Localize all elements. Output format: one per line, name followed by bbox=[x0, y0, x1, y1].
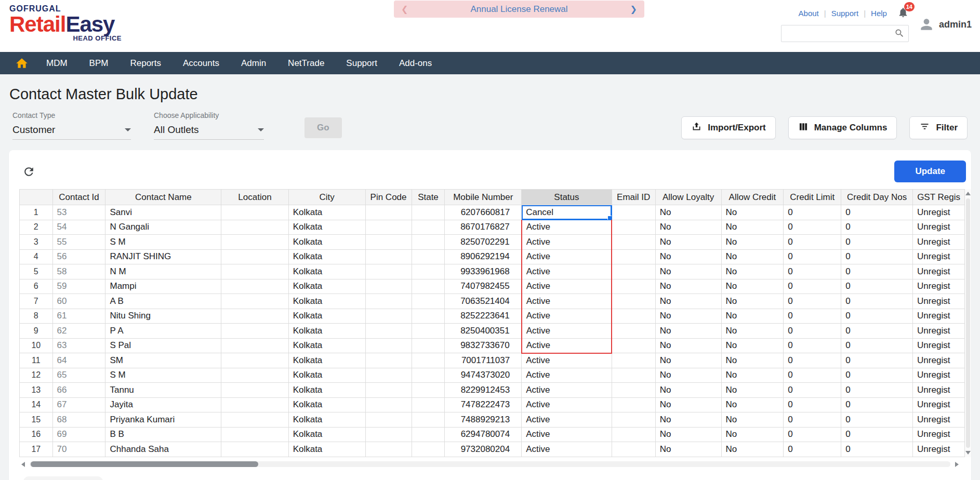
cell[interactable]: 0 bbox=[841, 235, 913, 250]
cell[interactable]: No bbox=[655, 279, 721, 294]
cell[interactable] bbox=[365, 264, 412, 279]
cell[interactable]: 0 bbox=[841, 368, 913, 383]
scroll-left-icon[interactable] bbox=[21, 462, 25, 467]
cell[interactable]: B B bbox=[105, 427, 221, 442]
row-number[interactable]: 2 bbox=[20, 220, 53, 235]
cell[interactable]: Unregist bbox=[913, 353, 965, 368]
cell[interactable]: Active bbox=[522, 412, 612, 428]
cell[interactable]: 0 bbox=[841, 294, 913, 309]
cell[interactable]: 64 bbox=[52, 353, 105, 368]
cell[interactable] bbox=[612, 412, 655, 428]
horizontal-scrollbar[interactable] bbox=[21, 461, 959, 468]
cell[interactable]: No bbox=[721, 442, 784, 457]
row-number[interactable]: 15 bbox=[20, 412, 53, 428]
cell[interactable] bbox=[365, 338, 412, 353]
cell[interactable]: S Pal bbox=[105, 338, 221, 353]
cell[interactable]: Active bbox=[522, 353, 612, 368]
nav-item-mdm[interactable]: MDM bbox=[35, 58, 78, 69]
cell[interactable] bbox=[412, 412, 445, 428]
cell[interactable]: Active bbox=[522, 294, 612, 309]
cell[interactable]: No bbox=[655, 412, 721, 428]
cell[interactable]: 58 bbox=[52, 264, 105, 279]
cell[interactable]: No bbox=[721, 205, 784, 220]
cell[interactable]: 0 bbox=[784, 338, 841, 353]
row-number[interactable]: 6 bbox=[20, 279, 53, 294]
cell[interactable] bbox=[221, 220, 288, 235]
cell[interactable]: Unregist bbox=[913, 442, 965, 457]
cell[interactable]: Active bbox=[522, 279, 612, 294]
cell[interactable]: 6294780074 bbox=[445, 427, 522, 442]
cell[interactable]: Unregist bbox=[913, 205, 965, 220]
cell[interactable] bbox=[365, 368, 412, 383]
cell[interactable]: 9933961968 bbox=[445, 264, 522, 279]
cell[interactable]: Active bbox=[522, 309, 612, 324]
cell[interactable]: 0 bbox=[841, 442, 913, 457]
cell[interactable]: No bbox=[721, 264, 784, 279]
cell[interactable] bbox=[412, 397, 445, 412]
cell[interactable] bbox=[612, 235, 655, 250]
notifications-button[interactable]: 14 bbox=[897, 7, 909, 20]
cell[interactable]: 53 bbox=[52, 205, 105, 220]
row-number[interactable]: 4 bbox=[20, 249, 53, 264]
cell[interactable] bbox=[412, 368, 445, 383]
cell[interactable] bbox=[612, 383, 655, 398]
nav-item-reports[interactable]: Reports bbox=[119, 58, 172, 69]
cell[interactable]: 8906292194 bbox=[445, 249, 522, 264]
cell[interactable]: SM bbox=[105, 353, 221, 368]
cell[interactable]: 0 bbox=[784, 205, 841, 220]
cell[interactable]: 8670176827 bbox=[445, 220, 522, 235]
cell[interactable] bbox=[412, 205, 445, 220]
cell[interactable]: No bbox=[655, 442, 721, 457]
cell[interactable] bbox=[365, 427, 412, 442]
cell[interactable] bbox=[612, 442, 655, 457]
cell[interactable]: Kolkata bbox=[288, 205, 365, 220]
cell[interactable]: 0 bbox=[784, 397, 841, 412]
cell[interactable]: No bbox=[655, 264, 721, 279]
cell[interactable]: S M bbox=[105, 235, 221, 250]
brand-logo[interactable]: GOFRUGAL RetailEasy HEAD OFFICE bbox=[9, 4, 122, 42]
cell[interactable]: 0 bbox=[784, 412, 841, 428]
cell[interactable]: 0 bbox=[841, 353, 913, 368]
cell[interactable]: 0 bbox=[784, 264, 841, 279]
cell[interactable] bbox=[221, 249, 288, 264]
cell[interactable]: 56 bbox=[52, 249, 105, 264]
row-number[interactable]: 13 bbox=[20, 383, 53, 398]
vertical-scrollbar[interactable] bbox=[965, 189, 971, 457]
cell[interactable]: No bbox=[655, 220, 721, 235]
cell[interactable]: 0 bbox=[841, 279, 913, 294]
cell[interactable] bbox=[365, 324, 412, 339]
cell[interactable]: 0 bbox=[841, 427, 913, 442]
cell[interactable] bbox=[221, 397, 288, 412]
cell[interactable]: No bbox=[655, 368, 721, 383]
col-header-state[interactable]: State bbox=[412, 190, 445, 205]
cell[interactable]: Active bbox=[522, 235, 612, 250]
cell[interactable]: 63 bbox=[52, 338, 105, 353]
cell[interactable]: Active bbox=[522, 383, 612, 398]
cell[interactable] bbox=[221, 412, 288, 428]
row-number[interactable]: 12 bbox=[20, 368, 53, 383]
cell[interactable]: Kolkata bbox=[288, 338, 365, 353]
cell[interactable]: 7488929213 bbox=[445, 412, 522, 428]
cell[interactable]: 67 bbox=[52, 397, 105, 412]
cell[interactable]: Kolkata bbox=[288, 309, 365, 324]
cell[interactable]: 0 bbox=[841, 249, 913, 264]
cell[interactable]: 0 bbox=[784, 353, 841, 368]
cell[interactable]: Unregist bbox=[913, 279, 965, 294]
user-menu[interactable]: admin1 bbox=[918, 16, 972, 33]
cell[interactable]: No bbox=[655, 205, 721, 220]
cell[interactable]: Chhanda Saha bbox=[105, 442, 221, 457]
go-button[interactable]: Go bbox=[304, 117, 342, 138]
row-number[interactable]: 8 bbox=[20, 309, 53, 324]
cell[interactable]: 7478222473 bbox=[445, 397, 522, 412]
home-icon[interactable] bbox=[8, 57, 35, 70]
col-header-credit-limit[interactable]: Credit Limit bbox=[784, 190, 841, 205]
cell[interactable]: 70 bbox=[52, 442, 105, 457]
cell[interactable] bbox=[221, 427, 288, 442]
cell[interactable]: Unregist bbox=[913, 294, 965, 309]
cell[interactable] bbox=[365, 294, 412, 309]
col-header-location[interactable]: Location bbox=[221, 190, 288, 205]
cell[interactable] bbox=[365, 235, 412, 250]
cell[interactable]: 66 bbox=[52, 383, 105, 398]
cell[interactable]: 0 bbox=[784, 368, 841, 383]
cell[interactable]: Kolkata bbox=[288, 279, 365, 294]
